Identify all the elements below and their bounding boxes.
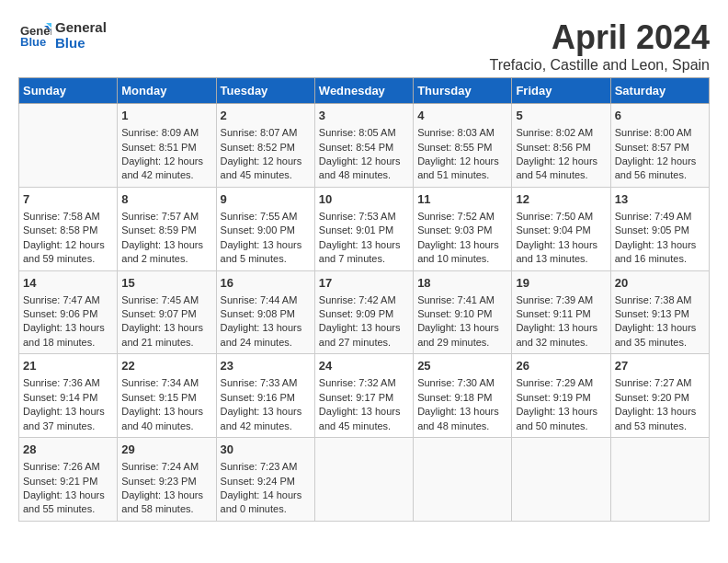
day-info: Sunrise: 7:26 AM	[23, 460, 113, 474]
day-number: 10	[319, 191, 409, 208]
calendar-cell: 25Sunrise: 7:30 AMSunset: 9:18 PMDayligh…	[414, 354, 512, 438]
day-info: Sunrise: 7:47 AM	[23, 293, 113, 307]
day-info: Sunset: 9:18 PM	[417, 391, 507, 405]
day-info: Sunset: 9:21 PM	[23, 475, 113, 488]
day-number: 20	[615, 275, 705, 292]
day-info: Daylight: 13 hours	[516, 321, 606, 335]
day-info: Sunrise: 8:02 AM	[516, 126, 606, 140]
calendar-cell: 27Sunrise: 7:27 AMSunset: 9:20 PMDayligh…	[610, 354, 709, 438]
day-info: Sunset: 9:07 PM	[121, 307, 211, 321]
logo: General Blue General Blue	[18, 18, 107, 52]
day-number: 11	[417, 191, 507, 208]
day-number: 2	[221, 108, 311, 124]
day-info: Daylight: 13 hours	[615, 321, 705, 335]
day-info: Sunrise: 7:36 AM	[23, 376, 113, 390]
day-info: and 59 minutes.	[23, 252, 113, 266]
day-number: 28	[23, 442, 113, 458]
day-info: Sunrise: 7:52 AM	[417, 210, 507, 224]
day-info: Sunrise: 7:53 AM	[319, 210, 409, 224]
calendar-cell: 19Sunrise: 7:39 AMSunset: 9:11 PMDayligh…	[512, 270, 610, 354]
day-info: Sunrise: 7:45 AM	[121, 293, 211, 307]
calendar-table: SundayMondayTuesdayWednesdayThursdayFrid…	[18, 77, 710, 522]
day-info: Daylight: 12 hours	[516, 155, 606, 168]
day-info: Sunset: 9:01 PM	[319, 224, 409, 237]
day-info: and 55 minutes.	[23, 502, 113, 516]
day-info: Sunset: 9:09 PM	[319, 307, 409, 321]
day-number: 17	[319, 275, 409, 292]
day-info: Sunrise: 7:41 AM	[417, 293, 507, 307]
calendar-cell: 17Sunrise: 7:42 AMSunset: 9:09 PMDayligh…	[314, 270, 413, 354]
main-title: April 2024	[489, 18, 710, 57]
calendar-cell	[19, 104, 118, 188]
day-info: and 7 minutes.	[319, 252, 409, 266]
day-info: and 24 minutes.	[221, 336, 311, 350]
day-info: Daylight: 13 hours	[516, 405, 606, 419]
day-info: Sunset: 8:59 PM	[121, 224, 211, 237]
day-info: and 48 minutes.	[319, 168, 409, 182]
day-info: Sunrise: 7:42 AM	[319, 293, 409, 307]
day-info: Daylight: 13 hours	[221, 405, 311, 419]
day-info: Daylight: 13 hours	[417, 321, 507, 335]
calendar-cell	[414, 438, 512, 522]
day-info: Sunset: 9:05 PM	[615, 224, 705, 237]
calendar-header-friday: Friday	[512, 78, 610, 104]
day-info: Sunrise: 7:39 AM	[516, 293, 606, 307]
day-number: 22	[121, 358, 211, 374]
day-info: and 58 minutes.	[121, 502, 211, 516]
day-info: and 40 minutes.	[121, 419, 211, 433]
day-info: Daylight: 13 hours	[221, 238, 311, 252]
calendar-cell: 10Sunrise: 7:53 AMSunset: 9:01 PMDayligh…	[314, 187, 413, 270]
day-info: and 29 minutes.	[417, 336, 507, 350]
day-info: Sunset: 9:23 PM	[121, 475, 211, 488]
day-info: Sunset: 9:13 PM	[615, 307, 705, 321]
calendar-header-wednesday: Wednesday	[314, 78, 413, 104]
day-info: Daylight: 13 hours	[615, 238, 705, 252]
day-info: and 45 minutes.	[221, 168, 311, 182]
calendar-cell: 26Sunrise: 7:29 AMSunset: 9:19 PMDayligh…	[512, 354, 610, 438]
day-info: Sunrise: 7:55 AM	[221, 210, 311, 224]
calendar-cell: 28Sunrise: 7:26 AMSunset: 9:21 PMDayligh…	[19, 438, 118, 522]
day-info: Sunset: 8:56 PM	[516, 141, 606, 155]
day-info: and 48 minutes.	[417, 419, 507, 433]
day-number: 18	[417, 275, 507, 292]
page-header: General Blue General Blue April 2024 Tre…	[18, 18, 710, 74]
day-info: Sunrise: 7:32 AM	[319, 376, 409, 390]
day-info: and 45 minutes.	[319, 419, 409, 433]
day-number: 24	[319, 358, 409, 374]
day-info: Sunrise: 7:49 AM	[615, 210, 705, 224]
day-info: Daylight: 13 hours	[121, 321, 211, 335]
day-info: Daylight: 12 hours	[23, 238, 113, 252]
day-info: Sunset: 9:04 PM	[516, 224, 606, 237]
day-info: Sunrise: 7:29 AM	[516, 376, 606, 390]
day-info: Daylight: 13 hours	[417, 405, 507, 419]
day-info: Sunset: 9:17 PM	[319, 391, 409, 405]
day-info: Sunrise: 8:03 AM	[417, 126, 507, 140]
day-info: Daylight: 13 hours	[319, 238, 409, 252]
day-number: 4	[417, 108, 507, 124]
calendar-header-saturday: Saturday	[610, 78, 709, 104]
day-info: Sunset: 9:16 PM	[221, 391, 311, 405]
day-info: Daylight: 13 hours	[319, 405, 409, 419]
day-number: 3	[319, 108, 409, 124]
calendar-cell: 15Sunrise: 7:45 AMSunset: 9:07 PMDayligh…	[118, 270, 216, 354]
calendar-header-tuesday: Tuesday	[216, 78, 314, 104]
day-info: Daylight: 12 hours	[417, 155, 507, 168]
calendar-cell: 22Sunrise: 7:34 AMSunset: 9:15 PMDayligh…	[118, 354, 216, 438]
day-info: Sunrise: 7:44 AM	[221, 293, 311, 307]
day-info: Daylight: 13 hours	[121, 238, 211, 252]
calendar-cell: 13Sunrise: 7:49 AMSunset: 9:05 PMDayligh…	[610, 187, 709, 270]
day-info: Sunset: 8:57 PM	[615, 141, 705, 155]
calendar-cell: 14Sunrise: 7:47 AMSunset: 9:06 PMDayligh…	[19, 270, 118, 354]
subtitle: Trefacio, Castille and Leon, Spain	[489, 57, 710, 74]
calendar-cell: 3Sunrise: 8:05 AMSunset: 8:54 PMDaylight…	[314, 104, 413, 188]
day-info: Daylight: 13 hours	[319, 321, 409, 335]
day-info: and 18 minutes.	[23, 336, 113, 350]
day-number: 9	[221, 191, 311, 208]
calendar-header-thursday: Thursday	[414, 78, 512, 104]
day-number: 1	[121, 108, 211, 124]
day-info: and 42 minutes.	[121, 168, 211, 182]
day-info: and 35 minutes.	[615, 336, 705, 350]
logo-icon: General Blue	[18, 18, 51, 52]
calendar-header-row: SundayMondayTuesdayWednesdayThursdayFrid…	[19, 78, 710, 104]
day-number: 21	[23, 358, 113, 374]
